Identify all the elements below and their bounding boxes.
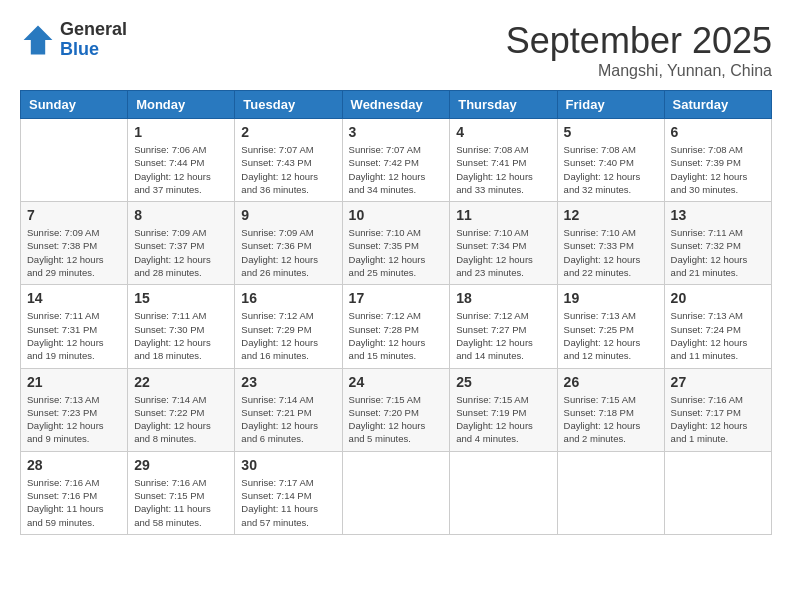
calendar-cell: 18Sunrise: 7:12 AMSunset: 7:27 PMDayligh… — [450, 285, 557, 368]
calendar-week-row: 14Sunrise: 7:11 AMSunset: 7:31 PMDayligh… — [21, 285, 772, 368]
day-info: Sunrise: 7:10 AMSunset: 7:33 PMDaylight:… — [564, 226, 658, 279]
month-title: September 2025 — [506, 20, 772, 62]
day-number: 29 — [134, 457, 228, 473]
svg-marker-0 — [24, 25, 53, 54]
day-info: Sunrise: 7:15 AMSunset: 7:20 PMDaylight:… — [349, 393, 444, 446]
day-info: Sunrise: 7:15 AMSunset: 7:19 PMDaylight:… — [456, 393, 550, 446]
calendar-cell: 4Sunrise: 7:08 AMSunset: 7:41 PMDaylight… — [450, 119, 557, 202]
calendar-cell — [450, 451, 557, 534]
day-info: Sunrise: 7:16 AMSunset: 7:15 PMDaylight:… — [134, 476, 228, 529]
calendar-cell: 14Sunrise: 7:11 AMSunset: 7:31 PMDayligh… — [21, 285, 128, 368]
day-number: 5 — [564, 124, 658, 140]
calendar-cell: 7Sunrise: 7:09 AMSunset: 7:38 PMDaylight… — [21, 202, 128, 285]
calendar-cell: 27Sunrise: 7:16 AMSunset: 7:17 PMDayligh… — [664, 368, 771, 451]
day-number: 22 — [134, 374, 228, 390]
day-info: Sunrise: 7:06 AMSunset: 7:44 PMDaylight:… — [134, 143, 228, 196]
calendar-cell: 19Sunrise: 7:13 AMSunset: 7:25 PMDayligh… — [557, 285, 664, 368]
day-number: 10 — [349, 207, 444, 223]
logo-text: General Blue — [60, 20, 127, 60]
logo: General Blue — [20, 20, 127, 60]
day-number: 26 — [564, 374, 658, 390]
calendar-cell: 12Sunrise: 7:10 AMSunset: 7:33 PMDayligh… — [557, 202, 664, 285]
calendar-cell — [342, 451, 450, 534]
day-info: Sunrise: 7:12 AMSunset: 7:29 PMDaylight:… — [241, 309, 335, 362]
day-number: 28 — [27, 457, 121, 473]
day-of-week-header: Thursday — [450, 91, 557, 119]
day-number: 4 — [456, 124, 550, 140]
day-info: Sunrise: 7:12 AMSunset: 7:27 PMDaylight:… — [456, 309, 550, 362]
calendar-cell: 2Sunrise: 7:07 AMSunset: 7:43 PMDaylight… — [235, 119, 342, 202]
calendar-cell: 11Sunrise: 7:10 AMSunset: 7:34 PMDayligh… — [450, 202, 557, 285]
day-of-week-header: Tuesday — [235, 91, 342, 119]
calendar-cell: 13Sunrise: 7:11 AMSunset: 7:32 PMDayligh… — [664, 202, 771, 285]
day-info: Sunrise: 7:09 AMSunset: 7:37 PMDaylight:… — [134, 226, 228, 279]
day-info: Sunrise: 7:14 AMSunset: 7:22 PMDaylight:… — [134, 393, 228, 446]
calendar-cell — [21, 119, 128, 202]
logo-general: General — [60, 20, 127, 40]
calendar-cell: 22Sunrise: 7:14 AMSunset: 7:22 PMDayligh… — [128, 368, 235, 451]
logo-icon — [20, 22, 56, 58]
day-number: 14 — [27, 290, 121, 306]
day-number: 25 — [456, 374, 550, 390]
calendar-cell: 16Sunrise: 7:12 AMSunset: 7:29 PMDayligh… — [235, 285, 342, 368]
day-info: Sunrise: 7:13 AMSunset: 7:23 PMDaylight:… — [27, 393, 121, 446]
day-info: Sunrise: 7:08 AMSunset: 7:40 PMDaylight:… — [564, 143, 658, 196]
day-info: Sunrise: 7:16 AMSunset: 7:17 PMDaylight:… — [671, 393, 765, 446]
day-info: Sunrise: 7:16 AMSunset: 7:16 PMDaylight:… — [27, 476, 121, 529]
calendar-cell: 20Sunrise: 7:13 AMSunset: 7:24 PMDayligh… — [664, 285, 771, 368]
day-info: Sunrise: 7:09 AMSunset: 7:36 PMDaylight:… — [241, 226, 335, 279]
day-number: 16 — [241, 290, 335, 306]
title-block: September 2025 Mangshi, Yunnan, China — [506, 20, 772, 80]
calendar-cell: 28Sunrise: 7:16 AMSunset: 7:16 PMDayligh… — [21, 451, 128, 534]
calendar-cell: 3Sunrise: 7:07 AMSunset: 7:42 PMDaylight… — [342, 119, 450, 202]
day-info: Sunrise: 7:15 AMSunset: 7:18 PMDaylight:… — [564, 393, 658, 446]
day-number: 13 — [671, 207, 765, 223]
calendar-cell: 24Sunrise: 7:15 AMSunset: 7:20 PMDayligh… — [342, 368, 450, 451]
location: Mangshi, Yunnan, China — [506, 62, 772, 80]
calendar-week-row: 28Sunrise: 7:16 AMSunset: 7:16 PMDayligh… — [21, 451, 772, 534]
day-number: 8 — [134, 207, 228, 223]
calendar-cell: 23Sunrise: 7:14 AMSunset: 7:21 PMDayligh… — [235, 368, 342, 451]
day-info: Sunrise: 7:10 AMSunset: 7:34 PMDaylight:… — [456, 226, 550, 279]
day-info: Sunrise: 7:12 AMSunset: 7:28 PMDaylight:… — [349, 309, 444, 362]
calendar-cell: 15Sunrise: 7:11 AMSunset: 7:30 PMDayligh… — [128, 285, 235, 368]
day-number: 12 — [564, 207, 658, 223]
day-info: Sunrise: 7:13 AMSunset: 7:25 PMDaylight:… — [564, 309, 658, 362]
day-number: 9 — [241, 207, 335, 223]
calendar-cell — [664, 451, 771, 534]
day-info: Sunrise: 7:11 AMSunset: 7:31 PMDaylight:… — [27, 309, 121, 362]
calendar-table: SundayMondayTuesdayWednesdayThursdayFrid… — [20, 90, 772, 535]
day-info: Sunrise: 7:08 AMSunset: 7:41 PMDaylight:… — [456, 143, 550, 196]
calendar-cell: 9Sunrise: 7:09 AMSunset: 7:36 PMDaylight… — [235, 202, 342, 285]
calendar-week-row: 7Sunrise: 7:09 AMSunset: 7:38 PMDaylight… — [21, 202, 772, 285]
day-of-week-header: Monday — [128, 91, 235, 119]
calendar-cell: 21Sunrise: 7:13 AMSunset: 7:23 PMDayligh… — [21, 368, 128, 451]
day-info: Sunrise: 7:09 AMSunset: 7:38 PMDaylight:… — [27, 226, 121, 279]
day-number: 6 — [671, 124, 765, 140]
day-info: Sunrise: 7:11 AMSunset: 7:30 PMDaylight:… — [134, 309, 228, 362]
day-number: 20 — [671, 290, 765, 306]
day-info: Sunrise: 7:17 AMSunset: 7:14 PMDaylight:… — [241, 476, 335, 529]
day-number: 27 — [671, 374, 765, 390]
day-info: Sunrise: 7:11 AMSunset: 7:32 PMDaylight:… — [671, 226, 765, 279]
day-number: 23 — [241, 374, 335, 390]
calendar-header-row: SundayMondayTuesdayWednesdayThursdayFrid… — [21, 91, 772, 119]
day-number: 17 — [349, 290, 444, 306]
page-header: General Blue September 2025 Mangshi, Yun… — [20, 20, 772, 80]
day-info: Sunrise: 7:10 AMSunset: 7:35 PMDaylight:… — [349, 226, 444, 279]
calendar-cell: 25Sunrise: 7:15 AMSunset: 7:19 PMDayligh… — [450, 368, 557, 451]
day-number: 21 — [27, 374, 121, 390]
calendar-cell — [557, 451, 664, 534]
logo-blue: Blue — [60, 40, 127, 60]
calendar-cell: 8Sunrise: 7:09 AMSunset: 7:37 PMDaylight… — [128, 202, 235, 285]
calendar-cell: 5Sunrise: 7:08 AMSunset: 7:40 PMDaylight… — [557, 119, 664, 202]
day-info: Sunrise: 7:13 AMSunset: 7:24 PMDaylight:… — [671, 309, 765, 362]
calendar-cell: 29Sunrise: 7:16 AMSunset: 7:15 PMDayligh… — [128, 451, 235, 534]
day-number: 3 — [349, 124, 444, 140]
day-info: Sunrise: 7:07 AMSunset: 7:43 PMDaylight:… — [241, 143, 335, 196]
day-info: Sunrise: 7:08 AMSunset: 7:39 PMDaylight:… — [671, 143, 765, 196]
day-number: 2 — [241, 124, 335, 140]
day-number: 7 — [27, 207, 121, 223]
day-of-week-header: Saturday — [664, 91, 771, 119]
day-info: Sunrise: 7:14 AMSunset: 7:21 PMDaylight:… — [241, 393, 335, 446]
